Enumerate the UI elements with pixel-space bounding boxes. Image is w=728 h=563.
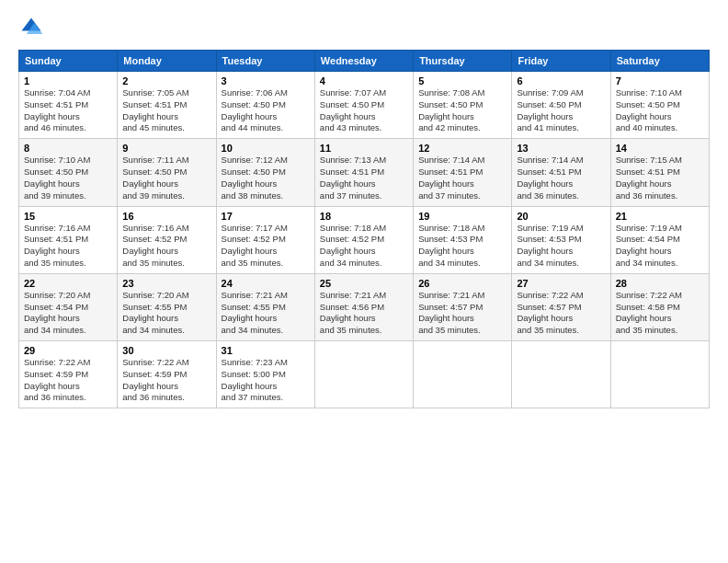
calendar-header-row: SundayMondayTuesdayWednesdayThursdayFrid…: [19, 51, 710, 72]
cell-w1-d6: 6Sunrise: 7:09 AMSunset: 4:50 PMDaylight…: [512, 72, 610, 139]
day-number: 25: [320, 278, 408, 289]
page: SundayMondayTuesdayWednesdayThursdayFrid…: [0, 0, 728, 563]
cell-w1-d1: 1Sunrise: 7:04 AMSunset: 4:51 PMDaylight…: [19, 72, 118, 139]
day-number: 1: [24, 75, 112, 86]
day-detail: Sunrise: 7:12 AMSunset: 4:50 PMDaylight …: [222, 155, 310, 201]
day-number: 23: [122, 278, 210, 289]
day-detail: Sunrise: 7:18 AMSunset: 4:53 PMDaylight …: [418, 223, 506, 270]
day-number: 26: [418, 278, 506, 289]
cell-w4-d5: 26Sunrise: 7:21 AMSunset: 4:57 PMDayligh…: [414, 273, 512, 340]
day-number: 2: [122, 75, 210, 86]
day-number: 29: [24, 345, 112, 356]
day-detail: Sunrise: 7:16 AMSunset: 4:51 PMDaylight …: [24, 223, 112, 270]
day-detail: Sunrise: 7:23 AMSunset: 5:00 PMDaylight …: [222, 357, 310, 404]
day-detail: Sunrise: 7:22 AMSunset: 4:57 PMDaylight …: [517, 290, 605, 337]
day-detail: Sunrise: 7:14 AMSunset: 4:51 PMDaylight …: [418, 155, 506, 201]
day-number: 28: [616, 278, 704, 289]
day-number: 21: [616, 211, 704, 222]
week-row-5: 29Sunrise: 7:22 AMSunset: 4:59 PMDayligh…: [19, 341, 710, 408]
cell-w5-d2: 30Sunrise: 7:22 AMSunset: 4:59 PMDayligh…: [118, 341, 216, 408]
day-number: 13: [517, 143, 605, 154]
week-row-4: 22Sunrise: 7:20 AMSunset: 4:54 PMDayligh…: [19, 273, 710, 340]
day-number: 24: [222, 278, 310, 289]
day-number: 10: [222, 143, 310, 154]
day-detail: Sunrise: 7:21 AMSunset: 4:56 PMDaylight …: [320, 290, 408, 337]
day-detail: Sunrise: 7:10 AMSunset: 4:50 PMDaylight …: [616, 87, 704, 134]
cell-w2-d6: 13Sunrise: 7:14 AMSunset: 4:51 PMDayligh…: [512, 139, 610, 206]
day-detail: Sunrise: 7:20 AMSunset: 4:54 PMDaylight …: [24, 290, 112, 337]
day-number: 18: [320, 211, 408, 222]
day-number: 31: [222, 345, 310, 356]
day-number: 16: [122, 211, 210, 222]
day-number: 20: [517, 211, 605, 222]
cell-w3-d7: 21Sunrise: 7:19 AMSunset: 4:54 PMDayligh…: [610, 206, 709, 273]
cell-w4-d6: 27Sunrise: 7:22 AMSunset: 4:57 PMDayligh…: [512, 273, 610, 340]
day-header-friday: Friday: [512, 51, 610, 72]
cell-w5-d3: 31Sunrise: 7:23 AMSunset: 5:00 PMDayligh…: [216, 341, 314, 408]
cell-w4-d1: 22Sunrise: 7:20 AMSunset: 4:54 PMDayligh…: [19, 273, 118, 340]
day-number: 19: [418, 211, 506, 222]
day-number: 6: [517, 75, 605, 86]
day-detail: Sunrise: 7:05 AMSunset: 4:51 PMDaylight …: [122, 87, 210, 134]
day-number: 8: [24, 143, 112, 154]
day-detail: Sunrise: 7:10 AMSunset: 4:50 PMDaylight …: [24, 155, 112, 201]
cell-w1-d4: 4Sunrise: 7:07 AMSunset: 4:50 PMDaylight…: [314, 72, 413, 139]
day-number: 3: [222, 75, 310, 86]
logo: [18, 15, 48, 40]
cell-w2-d3: 10Sunrise: 7:12 AMSunset: 4:50 PMDayligh…: [216, 139, 314, 206]
day-detail: Sunrise: 7:22 AMSunset: 4:59 PMDaylight …: [24, 357, 112, 404]
cell-w4-d7: 28Sunrise: 7:22 AMSunset: 4:58 PMDayligh…: [610, 273, 709, 340]
day-detail: Sunrise: 7:09 AMSunset: 4:50 PMDaylight …: [517, 87, 605, 134]
day-number: 9: [122, 143, 210, 154]
header: [18, 15, 710, 40]
day-number: 5: [418, 75, 506, 86]
day-detail: Sunrise: 7:21 AMSunset: 4:55 PMDaylight …: [222, 290, 310, 337]
day-header-tuesday: Tuesday: [216, 51, 314, 72]
day-number: 30: [122, 345, 210, 356]
day-detail: Sunrise: 7:06 AMSunset: 4:50 PMDaylight …: [222, 87, 310, 134]
day-number: 4: [320, 75, 408, 86]
day-number: 15: [24, 211, 112, 222]
day-detail: Sunrise: 7:15 AMSunset: 4:51 PMDaylight …: [616, 155, 704, 201]
day-header-saturday: Saturday: [610, 51, 709, 72]
day-detail: Sunrise: 7:22 AMSunset: 4:58 PMDaylight …: [616, 290, 704, 337]
day-header-monday: Monday: [118, 51, 216, 72]
day-header-sunday: Sunday: [19, 51, 118, 72]
day-detail: Sunrise: 7:21 AMSunset: 4:57 PMDaylight …: [418, 290, 506, 337]
day-number: 17: [222, 211, 310, 222]
cell-w2-d7: 14Sunrise: 7:15 AMSunset: 4:51 PMDayligh…: [610, 139, 709, 206]
day-number: 14: [616, 143, 704, 154]
day-header-thursday: Thursday: [414, 51, 512, 72]
day-detail: Sunrise: 7:11 AMSunset: 4:50 PMDaylight …: [122, 155, 210, 201]
cell-w3-d6: 20Sunrise: 7:19 AMSunset: 4:53 PMDayligh…: [512, 206, 610, 273]
day-detail: Sunrise: 7:17 AMSunset: 4:52 PMDaylight …: [222, 223, 310, 270]
cell-w4-d4: 25Sunrise: 7:21 AMSunset: 4:56 PMDayligh…: [314, 273, 413, 340]
day-detail: Sunrise: 7:20 AMSunset: 4:55 PMDaylight …: [122, 290, 210, 337]
day-number: 7: [616, 75, 704, 86]
cell-w2-d5: 12Sunrise: 7:14 AMSunset: 4:51 PMDayligh…: [414, 139, 512, 206]
calendar-table: SundayMondayTuesdayWednesdayThursdayFrid…: [18, 50, 710, 408]
logo-icon: [18, 15, 44, 40]
week-row-1: 1Sunrise: 7:04 AMSunset: 4:51 PMDaylight…: [19, 72, 710, 139]
cell-w3-d4: 18Sunrise: 7:18 AMSunset: 4:52 PMDayligh…: [314, 206, 413, 273]
day-header-wednesday: Wednesday: [314, 51, 413, 72]
cell-w1-d2: 2Sunrise: 7:05 AMSunset: 4:51 PMDaylight…: [118, 72, 216, 139]
cell-w5-d4: [314, 341, 413, 408]
cell-w4-d3: 24Sunrise: 7:21 AMSunset: 4:55 PMDayligh…: [216, 273, 314, 340]
cell-w4-d2: 23Sunrise: 7:20 AMSunset: 4:55 PMDayligh…: [118, 273, 216, 340]
cell-w2-d2: 9Sunrise: 7:11 AMSunset: 4:50 PMDaylight…: [118, 139, 216, 206]
day-detail: Sunrise: 7:16 AMSunset: 4:52 PMDaylight …: [122, 223, 210, 270]
cell-w5-d6: [512, 341, 610, 408]
cell-w2-d1: 8Sunrise: 7:10 AMSunset: 4:50 PMDaylight…: [19, 139, 118, 206]
cell-w5-d1: 29Sunrise: 7:22 AMSunset: 4:59 PMDayligh…: [19, 341, 118, 408]
day-detail: Sunrise: 7:07 AMSunset: 4:50 PMDaylight …: [320, 87, 408, 134]
day-detail: Sunrise: 7:04 AMSunset: 4:51 PMDaylight …: [24, 87, 112, 134]
cell-w5-d5: [414, 341, 512, 408]
day-detail: Sunrise: 7:14 AMSunset: 4:51 PMDaylight …: [517, 155, 605, 201]
day-detail: Sunrise: 7:22 AMSunset: 4:59 PMDaylight …: [122, 357, 210, 404]
week-row-2: 8Sunrise: 7:10 AMSunset: 4:50 PMDaylight…: [19, 139, 710, 206]
cell-w3-d5: 19Sunrise: 7:18 AMSunset: 4:53 PMDayligh…: [414, 206, 512, 273]
day-detail: Sunrise: 7:13 AMSunset: 4:51 PMDaylight …: [320, 155, 408, 201]
cell-w3-d1: 15Sunrise: 7:16 AMSunset: 4:51 PMDayligh…: [19, 206, 118, 273]
day-detail: Sunrise: 7:19 AMSunset: 4:53 PMDaylight …: [517, 223, 605, 270]
